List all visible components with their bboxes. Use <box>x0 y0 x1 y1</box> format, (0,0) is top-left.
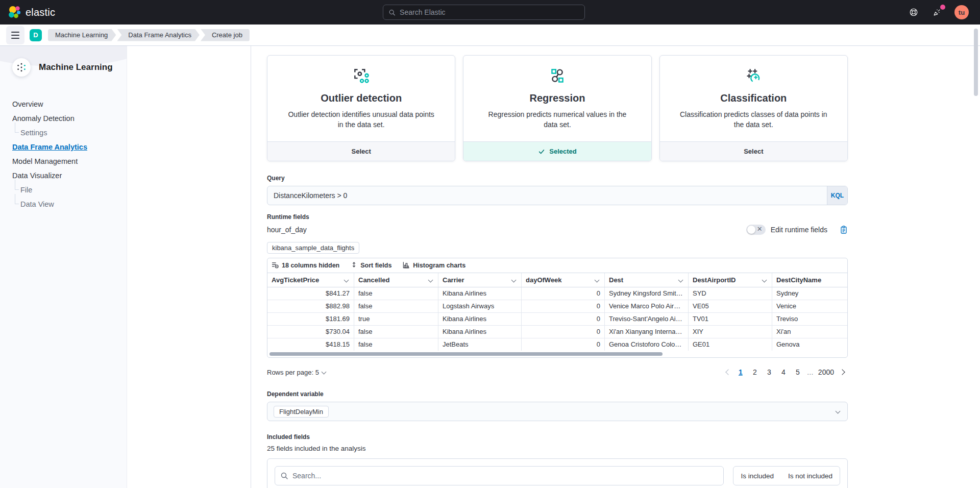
table-cell-destcityname[interactable]: Treviso <box>772 313 847 325</box>
window-scrollbar-thumb[interactable] <box>974 29 978 96</box>
select-classification-button[interactable]: Select <box>660 141 847 161</box>
table-cell-avgticketprice[interactable]: $841.27 <box>267 287 354 300</box>
column-header-avgticketprice[interactable]: AvgTicketPrice <box>267 273 354 287</box>
table-row: $841.27falseKibana Airlines0Sydney Kings… <box>267 287 847 300</box>
column-header-cancelled[interactable]: Cancelled <box>354 273 438 287</box>
card-classification: Classification Classification predicts c… <box>659 55 848 161</box>
space-avatar[interactable]: D <box>30 29 42 41</box>
breadcrumb-machine-learning[interactable]: Machine Learning <box>48 29 116 41</box>
page-button-last[interactable]: 2000 <box>817 366 836 378</box>
horizontal-scrollbar <box>267 351 847 357</box>
column-header-dayofweek[interactable]: dayOfWeek <box>521 273 604 287</box>
elastic-logo[interactable]: elastic <box>0 5 55 19</box>
user-avatar[interactable]: tu <box>954 5 969 19</box>
table-cell-cancelled[interactable]: false <box>354 326 438 338</box>
select-outlier-detection-button[interactable]: Select <box>267 141 455 161</box>
page-button-4[interactable]: 4 <box>777 366 790 378</box>
copy-button[interactable] <box>840 226 848 234</box>
fields-search-input[interactable] <box>292 472 718 480</box>
table-cell-dest[interactable]: Sydney Kingsford Smith I... <box>604 287 688 300</box>
column-header-carrier[interactable]: Carrier <box>438 273 521 287</box>
table-cell-avgticketprice[interactable]: $882.98 <box>267 300 354 312</box>
global-search-input[interactable] <box>400 8 579 16</box>
sidebar-item-settings[interactable]: Settings <box>12 126 127 140</box>
sidebar-item-anomaly-detection[interactable]: Anomaly Detection <box>12 111 127 126</box>
query-input[interactable] <box>267 186 827 205</box>
sidebar-item-data-visualizer[interactable]: Data Visualizer <box>12 168 127 183</box>
table-cell-dayofweek[interactable]: 0 <box>521 313 604 325</box>
table-cell-avgticketprice[interactable]: $730.04 <box>267 326 354 338</box>
table-cell-destcityname[interactable]: Venice <box>772 300 847 312</box>
table-cell-dest[interactable]: Treviso-Sant'Angelo Airport <box>604 313 688 325</box>
hamburger-icon <box>11 32 19 39</box>
table-cell-dayofweek[interactable]: 0 <box>521 287 604 300</box>
table-cell-dayofweek[interactable]: 0 <box>521 338 604 351</box>
classification-icon <box>660 66 847 88</box>
table-cell-destcityname[interactable]: Sydney <box>772 287 847 300</box>
regression-selected-button[interactable]: Selected <box>463 141 651 161</box>
table-cell-carrier[interactable]: Kibana Airlines <box>438 313 521 325</box>
table-cell-dayofweek[interactable]: 0 <box>521 326 604 338</box>
previous-page-button[interactable] <box>722 367 732 377</box>
sort-fields-icon <box>351 261 357 270</box>
table-cell-dest[interactable]: Genoa Cristoforo Colomb... <box>604 338 688 351</box>
breadcrumb-data-frame-analytics[interactable]: Data Frame Analytics <box>117 29 200 41</box>
filter-is-not-included-button[interactable]: Is not included <box>781 472 840 480</box>
table-cell-cancelled[interactable]: false <box>354 338 438 351</box>
toggle-knob <box>747 226 755 234</box>
toggle-off-icon: ✕ <box>757 225 763 233</box>
page-button-2[interactable]: 2 <box>749 366 761 378</box>
table-cell-avgticketprice[interactable]: $181.69 <box>267 313 354 325</box>
toolbar-button-label: Sort fields <box>360 262 391 269</box>
table-cell-carrier[interactable]: Logstash Airways <box>438 300 521 312</box>
table-cell-destairportid[interactable]: SYD <box>688 287 772 300</box>
table-row: $882.98falseLogstash Airways0Venice Marc… <box>267 300 847 313</box>
table-cell-carrier[interactable]: Kibana Airlines <box>438 326 521 338</box>
table-cell-destcityname[interactable]: Xi'an <box>772 326 847 338</box>
dependent-variable-select[interactable]: FlightDelayMin <box>267 402 848 421</box>
table-cell-cancelled[interactable]: true <box>354 313 438 325</box>
logo-text: elastic <box>26 7 55 18</box>
newsfeed-button[interactable] <box>931 6 943 18</box>
table-cell-cancelled[interactable]: false <box>354 287 438 300</box>
nav-menu-button[interactable] <box>6 26 24 44</box>
table-cell-carrier[interactable]: Kibana Airlines <box>438 287 521 300</box>
page-button-3[interactable]: 3 <box>763 366 775 378</box>
table-cell-dest[interactable]: Venice Marco Polo Airport <box>604 300 688 312</box>
table-cell-carrier[interactable]: JetBeats <box>438 338 521 351</box>
global-search[interactable] <box>383 5 585 20</box>
tree-connector-icon <box>15 180 19 190</box>
breadcrumb-bar: D Machine Learning Data Frame Analytics … <box>0 25 980 46</box>
table-cell-avgticketprice[interactable]: $418.15 <box>267 338 354 351</box>
edit-runtime-fields-toggle[interactable]: ✕ <box>746 225 766 235</box>
toolbar-18-columns-hidden-button[interactable]: 18 columns hidden <box>272 261 339 270</box>
table-cell-destairportid[interactable]: GE01 <box>688 338 772 351</box>
table-cell-cancelled[interactable]: false <box>354 300 438 312</box>
help-button[interactable] <box>908 6 920 18</box>
table-cell-dayofweek[interactable]: 0 <box>521 300 604 312</box>
sidebar-item-file[interactable]: File <box>12 183 127 197</box>
page-button-1[interactable]: 1 <box>734 366 747 378</box>
column-header-dest[interactable]: Dest <box>604 273 688 287</box>
rows-per-page-button[interactable]: Rows per page: 5 <box>267 369 327 376</box>
chevron-down-icon <box>344 277 350 283</box>
breadcrumb-create-job[interactable]: Create job <box>201 29 250 41</box>
table-cell-destairportid[interactable]: TV01 <box>688 313 772 325</box>
next-page-button[interactable] <box>838 367 848 377</box>
horizontal-scrollbar-thumb[interactable] <box>270 352 663 356</box>
filter-is-included-button[interactable]: Is included <box>733 472 781 480</box>
table-cell-destcityname[interactable]: Genova <box>772 338 847 351</box>
page-button-5[interactable]: 5 <box>792 366 804 378</box>
sidebar-item-overview[interactable]: Overview <box>12 97 127 111</box>
toolbar-sort-fields-button[interactable]: Sort fields <box>351 261 391 270</box>
sidebar-item-data-view[interactable]: Data View <box>12 197 127 211</box>
table-cell-destairportid[interactable]: XIY <box>688 326 772 338</box>
column-header-destcityname[interactable]: DestCityName <box>772 273 847 287</box>
table-cell-dest[interactable]: Xi'an Xianyang Internatio... <box>604 326 688 338</box>
kql-language-button[interactable]: KQL <box>827 186 847 205</box>
toolbar-histogram-charts-button[interactable]: Histogram charts <box>403 261 465 270</box>
table-cell-destairportid[interactable]: VE05 <box>688 300 772 312</box>
sidebar-item-model-management[interactable]: Model Management <box>12 154 127 168</box>
sidebar-item-data-frame-analytics[interactable]: Data Frame Analytics <box>12 140 127 154</box>
column-header-destairportid[interactable]: DestAirportID <box>688 273 772 287</box>
